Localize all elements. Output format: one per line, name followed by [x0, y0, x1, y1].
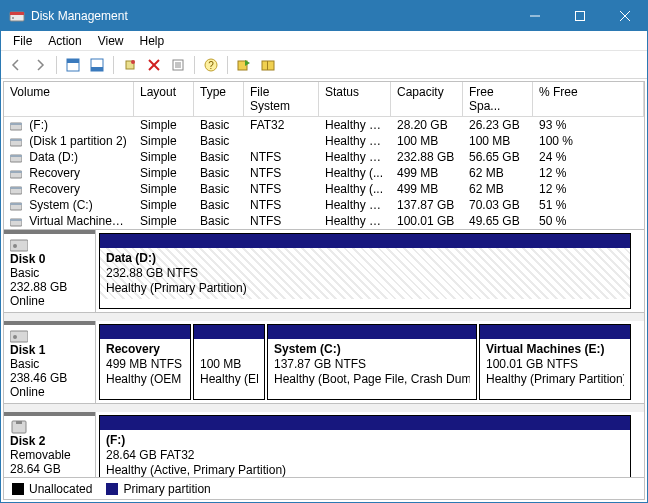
- disk-name: Disk 1: [10, 329, 89, 357]
- menu-view[interactable]: View: [90, 32, 132, 50]
- separator: [227, 56, 228, 74]
- svg-rect-40: [10, 331, 28, 342]
- help-icon[interactable]: ?: [200, 54, 222, 76]
- col-type[interactable]: Type: [194, 82, 244, 117]
- cell-status: Healthy (A...: [319, 117, 391, 133]
- partition[interactable]: Recovery499 MB NTFSHealthy (OEM Partit: [99, 324, 191, 400]
- disk-row: Disk 2Removable28.64 GBOnline(F:)28.64 G…: [4, 412, 644, 477]
- cell-pct: 51 %: [533, 197, 644, 213]
- volume-row[interactable]: (Disk 1 partition 2)SimpleBasicHealthy (…: [4, 133, 644, 149]
- cell-volume: (Disk 1 partition 2): [4, 133, 134, 149]
- partition-body: System (C:)137.87 GB NTFSHealthy (Boot, …: [268, 339, 476, 390]
- volume-row[interactable]: RecoverySimpleBasicNTFSHealthy (...499 M…: [4, 165, 644, 181]
- cell-free: 100 MB: [463, 133, 533, 149]
- cell-status: Healthy (...: [319, 181, 391, 197]
- cell-type: Basic: [194, 149, 244, 165]
- cell-layout: Simple: [134, 197, 194, 213]
- cell-type: Basic: [194, 213, 244, 229]
- volume-row[interactable]: RecoverySimpleBasicNTFSHealthy (...499 M…: [4, 181, 644, 197]
- partition-title: (F:): [106, 433, 624, 448]
- col-capacity[interactable]: Capacity: [391, 82, 463, 117]
- settings-icon[interactable]: [119, 54, 141, 76]
- disk-size: 238.46 GB: [10, 371, 89, 385]
- col-pctfree[interactable]: % Free: [533, 82, 644, 117]
- cell-volume: System (C:): [4, 197, 134, 213]
- partition[interactable]: 100 MBHealthy (EFI Sy: [193, 324, 265, 400]
- close-button[interactable]: [602, 1, 647, 31]
- disk-map: Disk 0Basic232.88 GBOnlineData (D:)232.8…: [4, 230, 644, 477]
- col-volume[interactable]: Volume: [4, 82, 134, 117]
- titlebar: Disk Management: [1, 1, 647, 31]
- svg-point-12: [131, 60, 135, 64]
- disk-info[interactable]: Disk 1Basic238.46 GBOnline: [4, 321, 96, 403]
- partition-status: Healthy (OEM Partit: [106, 372, 184, 387]
- separator: [194, 56, 195, 74]
- action-b-icon[interactable]: [257, 54, 279, 76]
- forward-button[interactable]: [29, 54, 51, 76]
- cell-free: 26.23 GB: [463, 117, 533, 133]
- col-free[interactable]: Free Spa...: [463, 82, 533, 117]
- volume-row[interactable]: Data (D:)SimpleBasicNTFSHealthy (P...232…: [4, 149, 644, 165]
- partition-title: Recovery: [106, 342, 184, 357]
- partition[interactable]: (F:)28.64 GB FAT32Healthy (Active, Prima…: [99, 415, 631, 477]
- cell-free: 56.65 GB: [463, 149, 533, 165]
- volume-list-body: (F:)SimpleBasicFAT32Healthy (A...28.20 G…: [4, 117, 644, 229]
- back-button[interactable]: [5, 54, 27, 76]
- partition-body: Recovery499 MB NTFSHealthy (OEM Partit: [100, 339, 190, 390]
- cell-layout: Simple: [134, 149, 194, 165]
- col-status[interactable]: Status: [319, 82, 391, 117]
- cell-pct: 50 %: [533, 213, 644, 229]
- disk-row: Disk 0Basic232.88 GBOnlineData (D:)232.8…: [4, 230, 644, 313]
- partition[interactable]: System (C:)137.87 GB NTFSHealthy (Boot, …: [267, 324, 477, 400]
- cell-fs: NTFS: [244, 213, 319, 229]
- cell-type: Basic: [194, 117, 244, 133]
- svg-rect-23: [267, 61, 268, 70]
- cell-volume: Data (D:): [4, 149, 134, 165]
- delete-icon[interactable]: [143, 54, 165, 76]
- partition[interactable]: Data (D:)232.88 GB NTFSHealthy (Primary …: [99, 233, 631, 309]
- svg-rect-4: [575, 12, 584, 21]
- menu-action[interactable]: Action: [40, 32, 89, 50]
- menu-help[interactable]: Help: [132, 32, 173, 50]
- legend-unallocated-label: Unallocated: [29, 482, 92, 496]
- partition-status: Healthy (Primary Partition): [486, 372, 624, 387]
- cell-capacity: 100.01 GB: [391, 213, 463, 229]
- cell-free: 70.03 GB: [463, 197, 533, 213]
- svg-rect-8: [67, 59, 79, 63]
- volume-row[interactable]: Virtual Machines (...SimpleBasicNTFSHeal…: [4, 213, 644, 229]
- layout-bottom-button[interactable]: [86, 54, 108, 76]
- disk-partitions: Recovery499 MB NTFSHealthy (OEM Partit 1…: [96, 321, 644, 403]
- svg-rect-10: [91, 67, 103, 71]
- swatch-primary: [106, 483, 118, 495]
- cell-layout: Simple: [134, 117, 194, 133]
- svg-rect-37: [10, 219, 22, 221]
- maximize-button[interactable]: [557, 1, 602, 31]
- disk-name: Disk 2: [10, 420, 89, 448]
- volume-row[interactable]: System (C:)SimpleBasicNTFSHealthy (B...1…: [4, 197, 644, 213]
- volume-list-header: Volume Layout Type File System Status Ca…: [4, 82, 644, 117]
- volume-row[interactable]: (F:)SimpleBasicFAT32Healthy (A...28.20 G…: [4, 117, 644, 133]
- partition-size: 137.87 GB NTFS: [274, 357, 470, 372]
- disk-info[interactable]: Disk 0Basic232.88 GBOnline: [4, 230, 96, 312]
- partition-size: 100.01 GB NTFS: [486, 357, 624, 372]
- action-a-icon[interactable]: [233, 54, 255, 76]
- partition[interactable]: Virtual Machines (E:)100.01 GB NTFSHealt…: [479, 324, 631, 400]
- svg-rect-38: [10, 240, 28, 251]
- menu-file[interactable]: File: [5, 32, 40, 50]
- cell-status: Healthy (...: [319, 165, 391, 181]
- partition-body: (F:)28.64 GB FAT32Healthy (Active, Prima…: [100, 430, 630, 477]
- layout-top-button[interactable]: [62, 54, 84, 76]
- col-layout[interactable]: Layout: [134, 82, 194, 117]
- svg-point-2: [12, 17, 14, 19]
- cell-fs: NTFS: [244, 181, 319, 197]
- cell-status: Healthy (B...: [319, 197, 391, 213]
- cell-fs: NTFS: [244, 197, 319, 213]
- disk-info[interactable]: Disk 2Removable28.64 GBOnline: [4, 412, 96, 477]
- properties-icon[interactable]: [167, 54, 189, 76]
- cell-pct: 12 %: [533, 181, 644, 197]
- separator: [56, 56, 57, 74]
- main-panel: Volume Layout Type File System Status Ca…: [3, 81, 645, 500]
- window-title: Disk Management: [31, 9, 512, 23]
- minimize-button[interactable]: [512, 1, 557, 31]
- col-filesystem[interactable]: File System: [244, 82, 319, 117]
